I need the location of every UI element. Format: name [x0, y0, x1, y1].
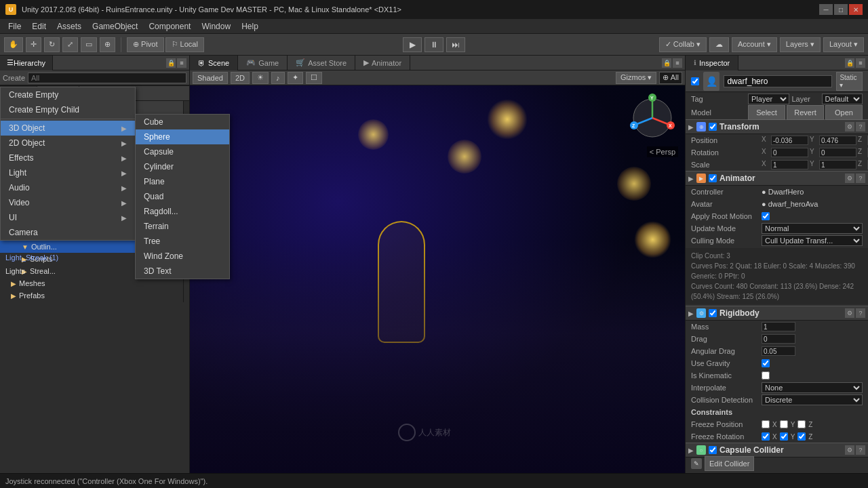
ctx-quad[interactable]: Quad [136, 189, 229, 204]
ctx-audio[interactable]: Audio ▶ [1, 180, 135, 195]
ctx-ui[interactable]: UI ▶ [1, 210, 135, 225]
tree-prefabs[interactable]: ▶ Prefabs [0, 289, 183, 302]
transform-settings-icon[interactable]: ⚙ [845, 122, 854, 131]
freeze-rot-y[interactable] [780, 432, 788, 441]
model-select-btn[interactable]: Select [748, 105, 785, 120]
animator-tab[interactable]: ▶ Animator [355, 56, 410, 70]
menu-assets[interactable]: Assets [52, 20, 87, 33]
local-button[interactable]: ⚐ Local [165, 37, 204, 52]
inspector-tab[interactable]: ℹ Inspector [686, 56, 738, 70]
rigidbody-help-icon[interactable]: ? [856, 308, 865, 318]
menu-gameobject[interactable]: GameObject [87, 20, 143, 33]
freeze-rot-x[interactable] [762, 432, 770, 441]
vfx-btn[interactable]: ✦ [288, 72, 303, 84]
rigidbody-component-header[interactable]: ▶ ⚙ Rigidbody ⚙ ? [686, 306, 868, 321]
drag-input[interactable] [762, 334, 795, 344]
scene-tab[interactable]: ⛨ Scene [190, 56, 238, 70]
interpolate-dropdown[interactable]: None [762, 382, 863, 393]
scene-gizmo[interactable]: Y X Z [625, 91, 679, 145]
pos-x-input[interactable] [771, 136, 808, 145]
menu-file[interactable]: File [3, 20, 26, 33]
edit-collider-icon[interactable]: ✎ [691, 458, 702, 469]
ctx-cube[interactable]: Cube [136, 115, 229, 129]
freeze-pos-y[interactable] [780, 420, 788, 428]
layout-button[interactable]: Layout ▾ [823, 37, 864, 52]
lighting-btn[interactable]: ☀ [252, 72, 269, 84]
layers-button[interactable]: Layers ▾ [780, 37, 821, 52]
shading-mode-btn[interactable]: Shaded [193, 72, 228, 84]
static-dropdown[interactable]: Static ▾ [836, 72, 863, 91]
hierarchy-tab[interactable]: ☰ Hierarchy [0, 56, 53, 70]
rot-x-input[interactable] [771, 148, 808, 157]
use-gravity-checkbox[interactable] [762, 359, 770, 367]
apply-root-motion-checkbox[interactable] [762, 212, 770, 220]
ctx-camera[interactable]: Camera [1, 225, 135, 240]
gizmos-btn[interactable]: Gizmos ▾ [616, 72, 656, 84]
model-open-btn[interactable]: Open [825, 105, 863, 120]
menu-edit[interactable]: Edit [26, 20, 52, 33]
ctx-3d-object[interactable]: 3D Object ▶ [1, 121, 135, 136]
menu-help[interactable]: Help [236, 20, 264, 33]
ctx-effects[interactable]: Effects ▶ [1, 150, 135, 165]
menu-component[interactable]: Component [143, 20, 196, 33]
hierarchy-search[interactable] [28, 73, 186, 83]
update-mode-dropdown[interactable]: Normal [762, 223, 863, 234]
rect-tool[interactable]: ▭ [81, 37, 97, 52]
minimize-button[interactable]: ─ [819, 4, 833, 15]
animator-settings-icon[interactable]: ⚙ [845, 174, 854, 183]
transform-component-header[interactable]: ▶ ⊕ Transform ⚙ ? [686, 119, 868, 134]
scale-tool[interactable]: ⤢ [62, 37, 78, 52]
hidden-btn[interactable]: ☐ [306, 72, 322, 84]
inspector-lock-icon[interactable]: 🔒 [845, 58, 854, 68]
capsule-collider-enabled-checkbox[interactable] [709, 446, 717, 454]
animator-enabled-checkbox[interactable] [709, 174, 717, 182]
ctx-wind-zone[interactable]: Wind Zone [136, 249, 229, 264]
scale-x-input[interactable] [771, 160, 808, 169]
2d-btn[interactable]: 2D [231, 72, 250, 84]
layer-dropdown[interactable]: Default [822, 94, 863, 104]
ctx-video[interactable]: Video ▶ [1, 195, 135, 210]
create-button[interactable]: Create [3, 74, 25, 82]
scene-view[interactable]: < Persp Y X [190, 85, 685, 473]
rigidbody-settings-icon[interactable]: ⚙ [845, 308, 854, 318]
pause-button[interactable]: ⏸ [425, 37, 443, 52]
move-tool[interactable]: ✛ [26, 37, 41, 52]
ctx-3d-text[interactable]: 3D Text [136, 264, 229, 279]
close-button[interactable]: ✕ [849, 4, 863, 15]
audio-btn[interactable]: ♪ [271, 72, 285, 84]
object-name-field[interactable] [724, 75, 832, 87]
menu-window[interactable]: Window [196, 20, 236, 33]
animator-component-header[interactable]: ▶ ▶ Animator ⚙ ? [686, 171, 868, 186]
pos-y-input[interactable] [819, 136, 856, 145]
edit-collider-btn[interactable]: Edit Collider [705, 456, 754, 471]
play-button[interactable]: ▶ [403, 37, 422, 52]
capsule-collider-settings-icon[interactable]: ⚙ [845, 445, 854, 455]
ctx-create-empty-child[interactable]: Create Empty Child [1, 102, 135, 117]
transform-tool[interactable]: ⊕ [100, 37, 115, 52]
freeze-pos-x[interactable] [762, 420, 770, 428]
scale-y-input[interactable] [819, 160, 856, 169]
ctx-capsule[interactable]: Capsule [136, 144, 229, 159]
ctx-cylinder[interactable]: Cylinder [136, 159, 229, 174]
ctx-create-empty[interactable]: Create Empty [1, 87, 135, 102]
freeze-rot-z[interactable] [797, 432, 806, 441]
maximize-button[interactable]: □ [834, 4, 848, 15]
culling-mode-dropdown[interactable]: Cull Update Transf... [762, 235, 863, 246]
ctx-tree[interactable]: Tree [136, 234, 229, 249]
rot-y-input[interactable] [819, 148, 856, 157]
ctx-2d-object[interactable]: 2D Object ▶ [1, 136, 135, 150]
is-kinematic-checkbox[interactable] [762, 371, 770, 380]
asset-store-tab[interactable]: 🛒 Asset Store [288, 56, 355, 70]
ctx-ragdoll[interactable]: Ragdoll... [136, 204, 229, 219]
ctx-light[interactable]: Light ▶ [1, 165, 135, 180]
collision-detection-dropdown[interactable]: Discrete [762, 394, 863, 405]
tree-scenes[interactable]: ▶ Scenes [0, 302, 183, 302]
capsule-collider-help-icon[interactable]: ? [856, 445, 865, 455]
object-active-checkbox[interactable] [691, 77, 699, 85]
step-button[interactable]: ⏭ [446, 37, 465, 52]
rigidbody-enabled-checkbox[interactable] [709, 309, 717, 317]
tag-dropdown[interactable]: Player [748, 94, 789, 104]
scene-menu-icon[interactable]: ≡ [673, 58, 682, 68]
scene-search[interactable]: ⊕ All [659, 72, 682, 84]
hand-tool[interactable]: ✋ [4, 37, 23, 52]
